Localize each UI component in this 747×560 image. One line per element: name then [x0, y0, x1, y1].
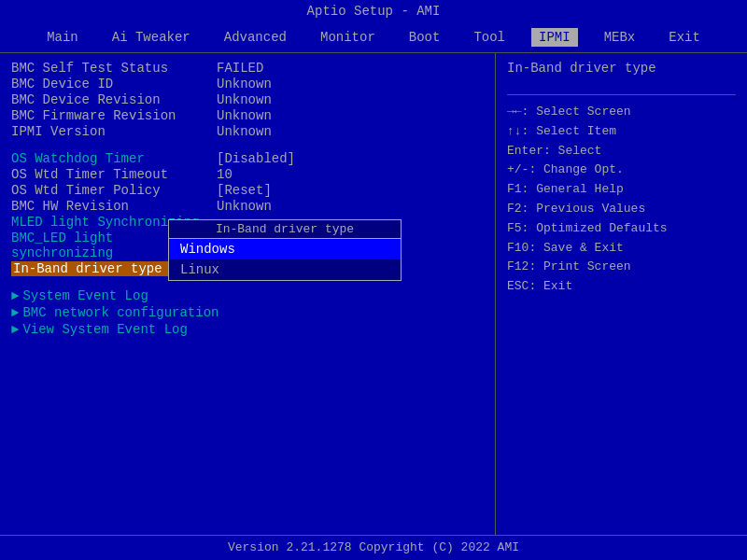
info-label: BMC Firmware Revision: [11, 108, 217, 123]
footer-bar: Version 2.21.1278 Copyright (C) 2022 AMI: [0, 535, 747, 560]
dropdown-option[interactable]: Windows: [169, 239, 401, 259]
key-help-item: →←: Select Screen: [507, 103, 736, 122]
dropdown-option[interactable]: Linux: [169, 259, 401, 280]
info-label: IPMI Version: [11, 124, 217, 139]
setting-label: OS Wtd Timer Policy: [11, 183, 217, 198]
key-help-item: +/-: Change Opt.: [507, 161, 736, 180]
main-content: BMC Self Test StatusFAILEDBMC Device IDU…: [0, 53, 747, 535]
info-row: BMC Device IDUnknown: [11, 77, 484, 91]
key-help-item: ESC: Exit: [507, 277, 736, 297]
setting-label: BMC HW Revision: [11, 199, 217, 214]
nav-arrow-icon: ►: [11, 288, 19, 303]
key-help-item: F1: General Help: [507, 180, 736, 200]
info-value: Unknown: [217, 108, 272, 123]
right-panel: In-Band driver type →←: Select Screen↑↓:…: [495, 53, 747, 535]
left-panel: BMC Self Test StatusFAILEDBMC Device IDU…: [0, 53, 495, 535]
info-row: IPMI VersionUnknown: [11, 124, 484, 139]
nav-section: ►System Event Log►BMC network configurat…: [11, 288, 484, 337]
menu-bar: MainAi TweakerAdvancedMonitorBootToolIPM…: [0, 22, 747, 53]
footer-text: Version 2.21.1278 Copyright (C) 2022 AMI: [228, 540, 519, 554]
menu-item-exit[interactable]: Exit: [661, 28, 708, 47]
nav-item[interactable]: ►BMC network configuration: [11, 305, 484, 320]
menu-item-boot[interactable]: Boot: [402, 28, 448, 47]
dropdown-title: In-Band driver type: [169, 220, 401, 239]
menu-item-mebx[interactable]: MEBx: [597, 28, 643, 47]
menu-item-main[interactable]: Main: [39, 28, 86, 47]
info-row: BMC Device RevisionUnknown: [11, 92, 484, 107]
title-bar: Aptio Setup - AMI: [0, 0, 747, 22]
setting-value: [Reset]: [217, 183, 272, 198]
key-help-item: ↑↓: Select Item: [507, 122, 736, 142]
nav-label: BMC network configuration: [22, 305, 218, 320]
info-label: BMC Device Revision: [11, 92, 217, 107]
setting-row[interactable]: BMC HW RevisionUnknown: [11, 199, 484, 214]
menu-item-tool[interactable]: Tool: [466, 28, 513, 47]
menu-item-ipmi[interactable]: IPMI: [531, 28, 578, 47]
info-section: BMC Self Test StatusFAILEDBMC Device IDU…: [11, 61, 484, 139]
menu-item-monitor[interactable]: Monitor: [313, 28, 383, 47]
info-value: FAILED: [217, 61, 263, 76]
key-help-item: F10: Save & Exit: [507, 239, 736, 259]
nav-item[interactable]: ►View System Event Log: [11, 322, 484, 337]
setting-value: [Disabled]: [217, 151, 295, 166]
info-row: BMC Firmware RevisionUnknown: [11, 108, 484, 123]
setting-row[interactable]: OS Wtd Timer Policy[Reset]: [11, 183, 484, 198]
info-label: BMC Device ID: [11, 77, 217, 91]
setting-value: Unknown: [217, 199, 272, 214]
setting-value: 10: [217, 167, 233, 182]
nav-item[interactable]: ►System Event Log: [11, 288, 484, 303]
info-value: Unknown: [217, 124, 272, 139]
key-help-item: F2: Previous Values: [507, 200, 736, 219]
key-help-item: F5: Optimized Defaults: [507, 219, 736, 239]
info-value: Unknown: [217, 77, 272, 91]
dropdown-options: WindowsLinux: [169, 239, 401, 280]
divider: [507, 94, 736, 95]
help-description: In-Band driver type: [507, 61, 736, 76]
info-row: BMC Self Test StatusFAILED: [11, 61, 484, 76]
key-help-item: F12: Print Screen: [507, 258, 736, 277]
app-title: Aptio Setup - AMI: [307, 4, 441, 19]
dropdown-overlay[interactable]: In-Band driver type WindowsLinux: [168, 219, 402, 281]
setting-row[interactable]: OS Wtd Timer Timeout10: [11, 167, 484, 182]
nav-arrow-icon: ►: [11, 322, 19, 337]
nav-label: System Event Log: [22, 288, 148, 303]
menu-item-advanced[interactable]: Advanced: [217, 28, 294, 47]
info-value: Unknown: [217, 92, 272, 107]
key-help-section: →←: Select Screen↑↓: Select ItemEnter: S…: [507, 103, 736, 297]
setting-row[interactable]: OS Watchdog Timer[Disabled]: [11, 151, 484, 166]
info-label: BMC Self Test Status: [11, 61, 217, 76]
nav-label: View System Event Log: [22, 322, 187, 337]
setting-label: OS Watchdog Timer: [11, 151, 217, 166]
menu-item-ai-tweaker[interactable]: Ai Tweaker: [105, 28, 198, 47]
setting-label: OS Wtd Timer Timeout: [11, 167, 217, 182]
key-help-item: Enter: Select: [507, 142, 736, 161]
nav-arrow-icon: ►: [11, 305, 19, 320]
